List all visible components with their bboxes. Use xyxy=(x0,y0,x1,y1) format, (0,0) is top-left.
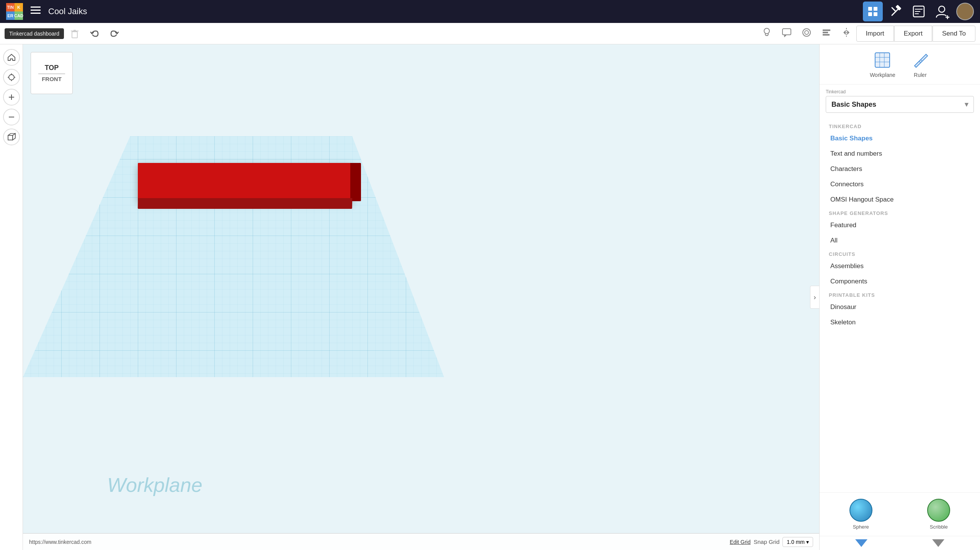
toolbar: Tinkercad dashboard xyxy=(0,23,980,44)
sidebar-item-connectors[interactable]: Connectors xyxy=(820,177,980,192)
export-button[interactable]: Export xyxy=(894,26,932,42)
scribble-shape-label: Scribble xyxy=(930,524,948,530)
snap-grid-area: Edit Grid Snap Grid 1.0 mm ▾ xyxy=(730,537,813,547)
redo-button[interactable] xyxy=(105,26,124,41)
svg-rect-4 xyxy=(874,7,877,11)
grid-view-button[interactable] xyxy=(863,2,883,21)
import-button[interactable]: Import xyxy=(856,26,894,42)
lightbulb-button[interactable] xyxy=(758,24,775,43)
down-arrow-left xyxy=(855,539,867,547)
sidebar-item-basic-shapes[interactable]: Basic Shapes xyxy=(820,131,980,146)
svg-rect-0 xyxy=(31,7,41,8)
send-to-button[interactable]: Send To xyxy=(933,26,975,42)
add-user-button[interactable] xyxy=(932,1,953,22)
sidebar-item-omsi[interactable]: OMSI Hangout Space xyxy=(820,192,980,207)
sidebar-list: TINKERCAD Basic Shapes Text and numbers … xyxy=(820,117,980,492)
sidebar-item-characters[interactable]: Characters xyxy=(820,161,980,177)
sphere-shape-thumb[interactable]: Sphere xyxy=(849,499,872,530)
viewport[interactable]: TOP FRONT xyxy=(23,44,819,550)
edit-grid-button[interactable]: Edit Grid xyxy=(730,539,750,545)
mirror-button[interactable] xyxy=(838,24,855,43)
right-panel-tools: Workplane Ruler xyxy=(820,44,980,85)
sidebar-item-skeleton[interactable]: Skeleton xyxy=(820,315,980,330)
delete-button[interactable] xyxy=(65,26,84,41)
shape-generators-section-header: SHAPE GENERATORS xyxy=(820,207,980,218)
project-title: Cool Jaiks xyxy=(48,7,858,16)
scroll-arrows xyxy=(820,536,980,550)
svg-rect-26 xyxy=(823,32,828,33)
build-view-button[interactable] xyxy=(886,2,906,21)
3d-object[interactable] xyxy=(130,155,360,216)
snap-chevron-icon: ▾ xyxy=(806,539,809,545)
tinkercad-logo: TIN K ER CAD xyxy=(6,3,23,20)
sphere-shape-label: Sphere xyxy=(853,524,869,530)
logo-tile-cad: CAD xyxy=(15,11,23,20)
svg-rect-1 xyxy=(31,10,41,11)
red-box-side xyxy=(350,163,361,201)
logo-tile-tin: TIN xyxy=(6,3,15,11)
sidebar-item-assemblies[interactable]: Assemblies xyxy=(820,259,980,274)
svg-rect-9 xyxy=(895,5,902,11)
home-view-button[interactable] xyxy=(3,49,20,66)
fit-view-button[interactable] xyxy=(3,69,20,86)
zoom-out-button[interactable] xyxy=(3,109,20,125)
sidebar-item-featured[interactable]: Featured xyxy=(820,218,980,233)
left-tools xyxy=(0,44,23,550)
undo-button[interactable] xyxy=(85,26,104,41)
workplane-tool-label: Workplane xyxy=(870,72,895,78)
svg-marker-29 xyxy=(843,30,846,35)
snap-value-display: 1.0 mm xyxy=(787,539,805,545)
tinkercad-section-header: TINKERCAD xyxy=(820,120,980,131)
avatar[interactable] xyxy=(956,3,974,20)
perspective-button[interactable] xyxy=(3,129,20,145)
scribble-shape-thumb[interactable]: Scribble xyxy=(927,499,950,530)
bottom-shapes: Sphere Scribble xyxy=(820,492,980,536)
shape-button[interactable] xyxy=(798,24,815,43)
svg-rect-27 xyxy=(823,34,830,36)
right-panel: Workplane Ruler Tinkercad Bas xyxy=(819,44,980,550)
cube-top-face: TOP xyxy=(45,64,59,72)
ruler-tool-button[interactable]: Ruler xyxy=(911,50,930,78)
cube-front-face: FRONT xyxy=(42,76,62,82)
shape-dropdown-button[interactable]: Basic Shapes ▾ xyxy=(826,96,974,113)
main-layout: TOP FRONT xyxy=(0,44,980,550)
svg-point-23 xyxy=(803,29,810,36)
bottom-bar: https://www.tinkercad.com Edit Grid Snap… xyxy=(23,533,819,550)
url-display: https://www.tinkercad.com xyxy=(29,539,91,545)
svg-rect-47 xyxy=(875,53,890,67)
left-scroll-arrow xyxy=(855,539,867,547)
svg-marker-30 xyxy=(847,30,849,35)
sidebar-item-text-numbers[interactable]: Text and numbers xyxy=(820,146,980,161)
sidebar-item-dinosaur[interactable]: Dinosaur xyxy=(820,299,980,315)
comment-button[interactable] xyxy=(778,24,795,43)
svg-rect-3 xyxy=(868,7,872,11)
sidebar-item-all[interactable]: All xyxy=(820,233,980,248)
svg-rect-22 xyxy=(782,29,791,35)
toolbar-right xyxy=(758,24,855,43)
shape-selector: Tinkercad Basic Shapes ▾ xyxy=(826,89,974,113)
svg-rect-17 xyxy=(72,32,77,38)
collapse-panel-button[interactable]: › xyxy=(810,286,819,309)
svg-point-14 xyxy=(939,6,945,12)
sidebar-item-components[interactable]: Components xyxy=(820,274,980,289)
code-view-button[interactable] xyxy=(909,2,929,21)
right-scroll-arrow xyxy=(932,539,944,547)
workplane-area: Workplane xyxy=(23,44,819,550)
dropdown-source-label: Tinkercad xyxy=(826,89,974,94)
align-button[interactable] xyxy=(818,24,835,43)
hamburger-button[interactable] xyxy=(28,5,44,18)
orientation-cube[interactable]: TOP FRONT xyxy=(31,52,73,94)
snap-value-button[interactable]: 1.0 mm ▾ xyxy=(782,537,813,547)
sphere-shape-preview xyxy=(849,499,872,522)
down-arrow-right xyxy=(932,539,944,547)
workplane-tool-button[interactable]: Workplane xyxy=(870,50,895,78)
zoom-in-button[interactable] xyxy=(3,89,20,106)
red-box-top xyxy=(138,163,352,201)
dropdown-chevron-icon: ▾ xyxy=(965,100,968,109)
svg-rect-46 xyxy=(23,44,819,550)
svg-marker-40 xyxy=(13,133,15,140)
svg-rect-6 xyxy=(874,12,877,16)
ruler-tool-label: Ruler xyxy=(914,72,926,78)
svg-marker-53 xyxy=(915,54,928,67)
workplane-icon xyxy=(873,50,892,70)
